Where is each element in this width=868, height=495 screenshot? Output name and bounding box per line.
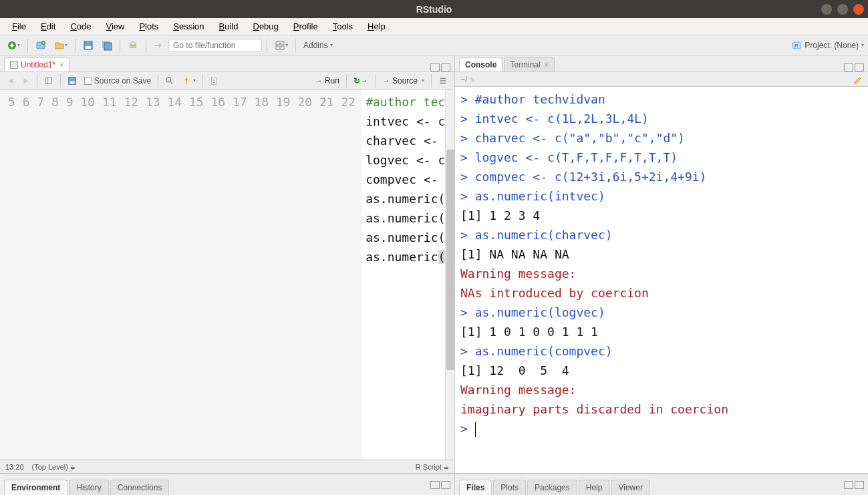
editor-body: 5 6 7 8 9 10 11 12 13 14 15 16 17 18 19 … bbox=[0, 90, 454, 460]
menu-file[interactable]: File bbox=[5, 19, 33, 33]
menu-session[interactable]: Session bbox=[166, 19, 210, 33]
console-toolbar: ~/ ✎ bbox=[455, 72, 868, 87]
tab-environment[interactable]: Environment bbox=[4, 480, 67, 495]
show-in-new-window-button[interactable] bbox=[41, 75, 56, 87]
document-icon bbox=[10, 61, 18, 69]
scope-indicator[interactable]: (Top Level) ≑ bbox=[32, 463, 76, 471]
open-file-button[interactable]: ▾ bbox=[51, 39, 70, 52]
project-button[interactable]: R Project: (None) ▾ bbox=[791, 40, 864, 51]
save-source-button[interactable] bbox=[65, 75, 80, 87]
goto-file-input[interactable] bbox=[168, 39, 262, 52]
menu-debug[interactable]: Debug bbox=[247, 19, 285, 33]
svg-rect-6 bbox=[104, 43, 112, 50]
menu-help[interactable]: Help bbox=[361, 19, 392, 33]
pane-minimize-button[interactable] bbox=[844, 481, 853, 489]
menu-plots[interactable]: Plots bbox=[132, 19, 165, 33]
editor-toolbar: ◄ ► Source on Save bbox=[0, 72, 454, 90]
menu-code[interactable]: Code bbox=[63, 19, 98, 33]
svg-rect-15 bbox=[45, 77, 51, 84]
line-gutter: 5 6 7 8 9 10 11 12 13 14 15 16 17 18 19 … bbox=[0, 90, 361, 460]
pane-maximize-button[interactable] bbox=[441, 481, 450, 489]
dropdown-caret-icon: ▾ bbox=[65, 42, 67, 48]
scrollbar[interactable] bbox=[445, 90, 454, 460]
pane-maximize-button[interactable] bbox=[855, 63, 864, 71]
dropdown-caret-icon: ▾ bbox=[17, 42, 20, 48]
menu-profile[interactable]: Profile bbox=[287, 19, 325, 33]
editor-status-bar: 13:20 (Top Level) ≑ R Script ≑ bbox=[0, 460, 454, 473]
svg-rect-8 bbox=[131, 42, 135, 45]
svg-rect-9 bbox=[276, 41, 279, 45]
save-all-button[interactable] bbox=[99, 39, 115, 52]
svg-rect-17 bbox=[69, 81, 74, 84]
console-output[interactable]: > #author techvidvan> intvec <- c(1L,2L,… bbox=[455, 87, 868, 473]
tab-terminal[interactable]: Terminal × bbox=[504, 57, 555, 71]
svg-rect-11 bbox=[276, 46, 279, 49]
environment-pane-tabs: Environment History Connections bbox=[0, 474, 454, 495]
code-area[interactable]: #author techvidvanintvec <- c(1L,2L,3L,4… bbox=[361, 90, 445, 460]
menubar: File Edit Code View Plots Session Build … bbox=[0, 18, 868, 35]
close-button[interactable] bbox=[853, 4, 864, 15]
tab-label: Untitled1* bbox=[21, 60, 55, 69]
source-on-save-checkbox[interactable]: Source on Save bbox=[82, 75, 154, 87]
window-title: RStudio bbox=[416, 4, 452, 15]
rerun-button[interactable]: ↻→ bbox=[351, 75, 371, 87]
tab-history[interactable]: History bbox=[69, 480, 108, 495]
tab-packages[interactable]: Packages bbox=[527, 480, 577, 495]
tab-plots[interactable]: Plots bbox=[493, 480, 526, 495]
maximize-button[interactable] bbox=[837, 4, 848, 15]
svg-text:R: R bbox=[794, 43, 799, 49]
console-tabs: Console Terminal × bbox=[455, 55, 868, 72]
compile-report-button[interactable] bbox=[207, 75, 222, 87]
svg-rect-12 bbox=[281, 46, 284, 49]
grid-button[interactable]: ▾ bbox=[272, 39, 291, 52]
svg-rect-10 bbox=[281, 41, 284, 45]
new-project-button[interactable] bbox=[33, 39, 49, 52]
source-pane: Untitled1* × ◄ ► bbox=[0, 55, 454, 474]
tab-help[interactable]: Help bbox=[579, 480, 610, 495]
pane-minimize-button[interactable] bbox=[430, 481, 440, 489]
clear-console-button[interactable] bbox=[852, 74, 863, 85]
panes: Untitled1* × ◄ ► bbox=[0, 55, 868, 495]
cursor-position: 13:20 bbox=[5, 463, 24, 471]
save-button[interactable] bbox=[80, 39, 96, 52]
tab-console[interactable]: Console bbox=[459, 57, 502, 71]
left-column: Untitled1* × ◄ ► bbox=[0, 55, 455, 495]
titlebar: RStudio bbox=[0, 0, 868, 18]
right-column: Console Terminal × ~/ ✎ > #au bbox=[455, 55, 868, 495]
svg-point-18 bbox=[166, 77, 171, 81]
new-file-button[interactable]: ▾ bbox=[4, 39, 23, 52]
source-button[interactable]: →Source ▾ bbox=[380, 75, 427, 87]
back-button[interactable]: ◄ bbox=[4, 75, 17, 87]
source-tab-untitled1[interactable]: Untitled1* × bbox=[4, 57, 69, 71]
menu-view[interactable]: View bbox=[99, 19, 131, 33]
print-button[interactable] bbox=[125, 39, 141, 52]
menu-tools[interactable]: Tools bbox=[326, 19, 359, 33]
working-directory[interactable]: ~/ ✎ bbox=[460, 75, 475, 84]
pane-minimize-button[interactable] bbox=[844, 63, 853, 71]
outline-button[interactable] bbox=[436, 75, 450, 87]
tab-files[interactable]: Files bbox=[459, 480, 492, 495]
pane-maximize-button[interactable] bbox=[441, 63, 450, 71]
run-button[interactable]: →Run bbox=[312, 75, 342, 87]
tab-connections[interactable]: Connections bbox=[110, 480, 170, 495]
window-controls bbox=[821, 4, 864, 15]
find-button[interactable] bbox=[162, 75, 177, 87]
tab-viewer[interactable]: Viewer bbox=[611, 480, 649, 495]
scrollbar-thumb[interactable] bbox=[446, 150, 454, 370]
close-tab-icon[interactable]: × bbox=[59, 61, 63, 69]
svg-rect-4 bbox=[86, 46, 91, 49]
console-pane: Console Terminal × ~/ ✎ > #au bbox=[455, 55, 868, 474]
language-indicator[interactable]: R Script ≑ bbox=[416, 463, 449, 471]
code-tools-button[interactable]: ▾ bbox=[179, 75, 198, 87]
close-tab-icon[interactable]: × bbox=[545, 61, 549, 69]
menu-build[interactable]: Build bbox=[212, 19, 245, 33]
source-tabs: Untitled1* × bbox=[0, 55, 454, 72]
addins-button[interactable]: Addins ▾ bbox=[301, 39, 335, 51]
goto-button[interactable] bbox=[151, 39, 166, 51]
main-toolbar: ▾ ▾ ▾ Addins ▾ R Project: (None) ▾ bbox=[0, 35, 868, 55]
pane-minimize-button[interactable] bbox=[430, 63, 440, 71]
forward-button[interactable]: ► bbox=[19, 75, 33, 87]
pane-maximize-button[interactable] bbox=[855, 481, 864, 489]
minimize-button[interactable] bbox=[821, 4, 832, 15]
menu-edit[interactable]: Edit bbox=[34, 19, 62, 33]
